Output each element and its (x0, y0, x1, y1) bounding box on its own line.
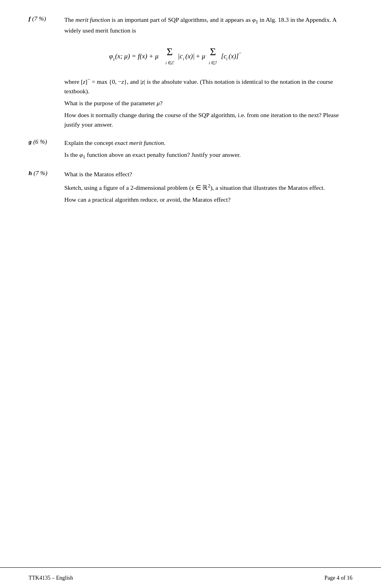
svg-text:+ μ: + μ (196, 52, 205, 60)
question-f-p3: What is the purpose of the parameter μ? (64, 98, 352, 108)
question-f-points: (7 %) (32, 15, 46, 22)
footer-page: Page 4 of 16 (325, 575, 352, 581)
question-f-label: f (7 %) (29, 15, 64, 129)
formula-svg: φ 1 (x; μ) = f(x) + μ Σ i ∈ ℰ |c i (x)| … (105, 42, 312, 69)
formula-block: φ 1 (x; μ) = f(x) + μ Σ i ∈ ℰ |c i (x)| … (64, 42, 352, 69)
svg-text:1: 1 (113, 57, 115, 62)
question-h-p3: How can a practical algorithm reduce, or… (64, 195, 352, 204)
question-f-block: f (7 %) The merit function is an importa… (29, 15, 352, 129)
question-g-label: g (6 %) (29, 138, 64, 161)
question-h-letter: h (29, 170, 32, 176)
question-h-body: What is the Maratos effect? Sketch, usin… (64, 170, 352, 204)
question-f-p2: where [z]− = max {0, −z}, and |z| is the… (64, 76, 352, 96)
svg-text:Σ: Σ (210, 46, 216, 58)
svg-text:i: i (226, 56, 227, 61)
question-f-p4: How does it normally change during the c… (64, 110, 352, 129)
svg-text:|c: |c (178, 52, 183, 60)
question-f-body: The merit function is an important part … (64, 15, 352, 129)
question-h-p1: What is the Maratos effect? (64, 170, 352, 179)
question-g-p2: Is the φ1 function above an exact penalt… (64, 150, 352, 161)
question-h-p2: Sketch, using a figure of a 2-dimensiona… (64, 182, 352, 193)
question-f-letter: f (29, 15, 31, 22)
svg-text:i: i (183, 56, 184, 61)
svg-text:Σ: Σ (167, 46, 173, 58)
question-g-letter: g (29, 138, 32, 145)
svg-text:−: − (239, 50, 241, 56)
question-h-label: h (7 %) (29, 170, 64, 204)
question-g-block: g (6 %) Explain the concept exact merit … (29, 138, 352, 161)
svg-text:i: i (209, 60, 210, 65)
question-g-points: (6 %) (33, 138, 47, 145)
question-h-block: h (7 %) What is the Maratos effect? Sket… (29, 170, 352, 204)
question-f-p1: The merit function is an important part … (64, 15, 352, 35)
svg-text:ℰ: ℰ (171, 60, 174, 65)
svg-text:ℐ: ℐ (214, 60, 217, 65)
svg-text:(x)]: (x)] (229, 52, 239, 60)
svg-text:(x; μ) = f(x) + μ: (x; μ) = f(x) + μ (115, 52, 158, 60)
svg-text:i: i (165, 60, 167, 65)
question-g-p1: Explain the concept exact merit function… (64, 138, 352, 148)
page-footer: TTK4135 – English Page 4 of 16 (0, 567, 381, 588)
question-h-points: (7 %) (34, 170, 48, 176)
svg-text:(x)|: (x)| (185, 52, 195, 60)
footer-course: TTK4135 – English (29, 575, 73, 581)
page-content: f (7 %) The merit function is an importa… (0, 0, 381, 245)
svg-text:φ: φ (109, 52, 113, 60)
question-g-body: Explain the concept exact merit function… (64, 138, 352, 161)
